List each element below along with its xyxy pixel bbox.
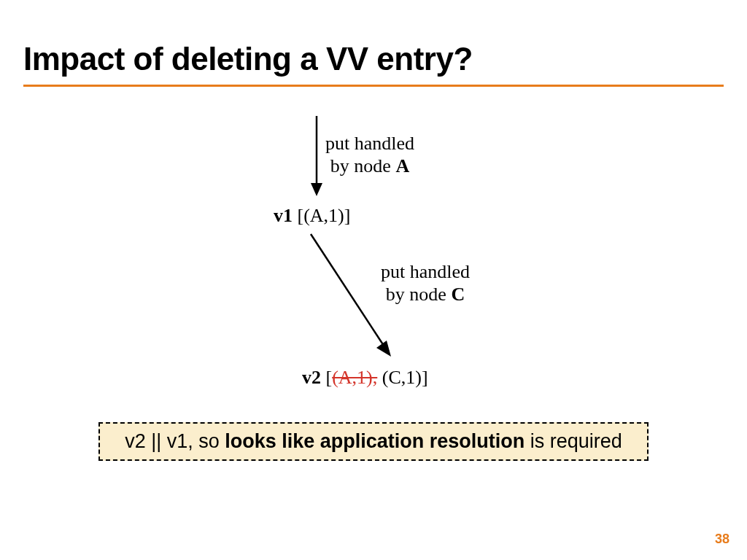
- v1-vector: [(A,1)]: [293, 205, 350, 226]
- v1-entry: v1 [(A,1)]: [274, 205, 350, 227]
- label-put-c-node: C: [451, 284, 465, 305]
- v2-entry: v2 [(A,1), (C,1)]: [302, 367, 428, 389]
- page-number: 38: [715, 532, 729, 547]
- label-put-c-line1: put handled: [381, 261, 470, 282]
- label-put-a-line1: put handled: [325, 133, 414, 154]
- label-put-c-line2a: by node: [386, 284, 452, 305]
- v1-label: v1: [274, 205, 293, 226]
- label-put-a-node: A: [395, 155, 409, 176]
- svg-marker-3: [376, 341, 391, 357]
- label-put-c: put handled by node C: [381, 260, 470, 306]
- callout-pre: v2 || v1, so: [125, 430, 225, 452]
- svg-line-2: [311, 234, 385, 348]
- v2-deleted-entry: (A,1),: [332, 367, 377, 388]
- v2-remaining: (C,1)]: [377, 367, 427, 388]
- v2-label: v2: [302, 367, 321, 388]
- callout-emphasis: looks like application resolution: [225, 430, 525, 452]
- label-put-a-line2a: by node: [330, 155, 396, 176]
- slide-title: Impact of deleting a VV entry?: [0, 0, 747, 85]
- arrow-down-icon: [309, 116, 324, 196]
- diagram-area: put handled by node A v1 [(A,1)] put han…: [0, 87, 747, 481]
- svg-marker-1: [311, 183, 322, 196]
- label-put-a: put handled by node A: [325, 132, 414, 177]
- callout-box: v2 || v1, so looks like application reso…: [98, 422, 649, 461]
- v2-open-bracket: [: [321, 367, 332, 388]
- callout-post: is required: [525, 430, 622, 452]
